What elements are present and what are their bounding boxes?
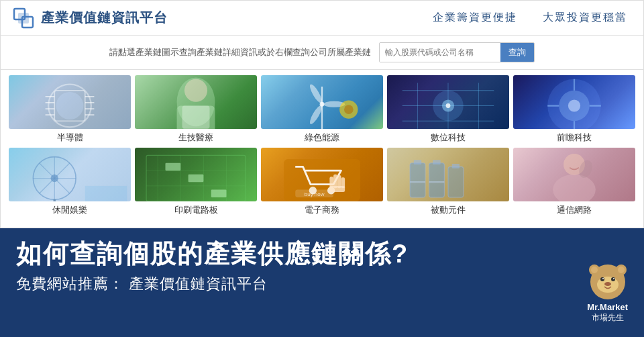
- grid-item-img-green-energy: [261, 75, 383, 129]
- grid-item-img-telecom: [513, 148, 635, 201]
- svg-point-83: [591, 267, 598, 273]
- tagline-left: 企業籌資更便捷: [433, 11, 517, 23]
- svg-point-78: [553, 175, 596, 201]
- grid-item-label-green-energy: 綠色能源: [305, 132, 339, 144]
- grid-item-img-passive: [387, 148, 509, 201]
- svg-point-84: [618, 267, 625, 273]
- header-tagline: 企業籌資更便捷 大眾投資更穩當: [427, 11, 633, 25]
- svg-point-4: [56, 92, 84, 119]
- bottom-content: 如何查詢個股的產業供應鏈關係? 免費網站推薦： 產業價值鏈資訊平台: [16, 240, 628, 294]
- search-button[interactable]: 查詢: [500, 43, 534, 62]
- grid-item-digital-tech[interactable]: 數位科技: [387, 75, 509, 144]
- svg-rect-73: [448, 166, 464, 197]
- logo-text: 產業價值鏈資訊平台: [41, 9, 168, 27]
- svg-point-89: [613, 278, 614, 279]
- svg-point-87: [611, 277, 615, 281]
- grid-item-img-ecommerce: buy now: [261, 148, 383, 201]
- search-input-wrap: 查詢: [379, 42, 535, 62]
- svg-rect-70: [414, 160, 421, 164]
- grid-item-label-telecom: 通信網路: [557, 204, 592, 216]
- search-bar: 請點選產業鏈圖示查詢產業鏈詳細資訊或於右欄查詢公司所屬產業鏈 查詢: [1, 36, 643, 70]
- svg-rect-74: [452, 164, 460, 168]
- mr-market-icon: [588, 262, 628, 302]
- logo-icon: [11, 6, 36, 30]
- grid-item-img-biomedical: [135, 75, 257, 129]
- tagline-right: 大眾投資更穩當: [543, 11, 627, 23]
- grid-item-label-biomedical: 生技醫療: [178, 132, 213, 144]
- mr-market-subtitle: 市場先生: [592, 312, 624, 324]
- grid-item-img-advanced-tech: [513, 75, 635, 129]
- grid-item-green-energy[interactable]: 綠色能源: [261, 75, 383, 144]
- industry-grid: 半導體 生技醫療: [1, 70, 643, 222]
- svg-rect-57: [189, 175, 204, 182]
- search-input[interactable]: [380, 43, 500, 62]
- svg-rect-2: [18, 13, 29, 23]
- grid-item-pcb[interactable]: 印刷電路板: [135, 148, 257, 216]
- grid-item-label-semiconductor: 半導體: [57, 132, 83, 144]
- svg-text:buy now: buy now: [305, 191, 325, 197]
- grid-item-img-digital-tech: [387, 75, 509, 129]
- grid-item-img-pcb: [135, 148, 257, 201]
- svg-rect-71: [429, 163, 445, 197]
- sub-title: 免費網站推薦： 產業價值鏈資訊平台: [16, 274, 628, 294]
- top-section: 產業價值鏈資訊平台 企業籌資更便捷 大眾投資更穩當 請點選產業鏈圖示查詢產業鏈詳…: [0, 0, 644, 228]
- svg-point-88: [602, 278, 604, 279]
- svg-rect-48: [85, 186, 127, 201]
- svg-point-86: [600, 277, 604, 281]
- grid-item-biomedical[interactable]: 生技醫療: [135, 75, 257, 144]
- svg-rect-72: [433, 160, 440, 164]
- grid-item-label-digital-tech: 數位科技: [431, 132, 466, 144]
- grid-item-label-leisure: 休閒娛樂: [52, 204, 87, 216]
- grid-item-img-semiconductor: [9, 75, 131, 129]
- grid-item-img-leisure: [9, 148, 131, 201]
- svg-point-33: [446, 103, 451, 108]
- svg-point-15: [184, 79, 207, 102]
- svg-rect-69: [410, 163, 425, 197]
- grid-item-label-ecommerce: 電子商務: [305, 204, 339, 216]
- header: 產業價值鏈資訊平台 企業籌資更便捷 大眾投資更穩當: [1, 1, 643, 36]
- svg-point-24: [344, 105, 354, 114]
- grid-item-semiconductor[interactable]: 半導體: [9, 75, 131, 144]
- bottom-section: 如何查詢個股的產業供應鏈關係? 免費網站推薦： 產業價值鏈資訊平台 Mr.Mar…: [0, 228, 644, 337]
- svg-point-36: [568, 99, 580, 111]
- grid-item-label-advanced-tech: 前瞻科技: [557, 132, 592, 144]
- grid-item-passive[interactable]: 被動元件: [387, 148, 509, 216]
- grid-item-label-passive: 被動元件: [431, 204, 466, 216]
- svg-rect-17: [182, 106, 210, 129]
- grid-item-leisure[interactable]: 休閒娛樂: [9, 148, 131, 216]
- svg-rect-68: [329, 186, 345, 192]
- grid-item-advanced-tech[interactable]: 前瞻科技: [513, 75, 635, 144]
- main-title: 如何查詢個股的產業供應鏈關係?: [16, 240, 628, 269]
- mr-market-logo: Mr.Market 市場先生: [587, 262, 628, 324]
- grid-item-telecom[interactable]: 通信網路: [513, 148, 635, 216]
- mr-market-name: Mr.Market: [587, 302, 628, 312]
- grid-item-label-pcb: 印刷電路板: [174, 204, 218, 216]
- grid-item-ecommerce[interactable]: buy now 電子商務: [261, 148, 383, 216]
- svg-point-90: [604, 282, 611, 286]
- svg-rect-56: [166, 163, 181, 171]
- search-bar-label: 請點選產業鏈圖示查詢產業鏈詳細資訊或於右欄查詢公司所屬產業鏈: [109, 46, 371, 58]
- svg-rect-58: [211, 190, 227, 197]
- logo-area[interactable]: 產業價值鏈資訊平台: [11, 6, 168, 30]
